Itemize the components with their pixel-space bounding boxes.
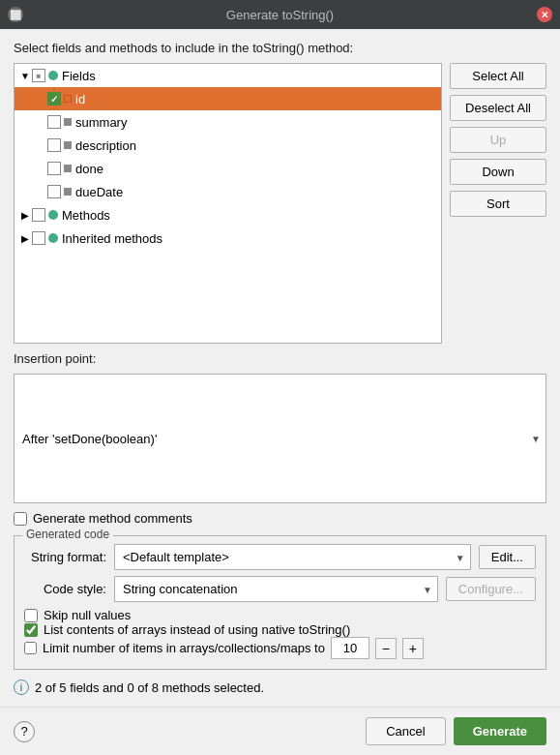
label-done: done xyxy=(75,162,103,176)
expand-done-icon xyxy=(34,162,47,175)
label-fields: Fields xyxy=(62,69,96,83)
expand-summary-icon xyxy=(34,115,47,129)
tree-item-done[interactable]: done xyxy=(15,157,441,180)
list-contents-checkbox[interactable] xyxy=(24,623,38,637)
expand-description-icon xyxy=(34,138,47,152)
string-format-dropdown[interactable]: <Default template> xyxy=(114,544,471,570)
limit-items-decrement-button[interactable]: − xyxy=(375,638,397,659)
code-style-row: Code style: String concatenation ▼ Confi… xyxy=(24,576,536,602)
insertion-point-dropdown-wrapper[interactable]: After 'setDone(boolean)' ▼ xyxy=(14,374,546,503)
checkbox-inherited-methods[interactable] xyxy=(32,231,45,245)
code-style-dropdown[interactable]: String concatenation xyxy=(114,576,438,602)
cancel-button[interactable]: Cancel xyxy=(366,717,445,745)
deselect-all-button[interactable]: Deselect All xyxy=(450,95,546,121)
up-button[interactable]: Up xyxy=(450,127,546,153)
skip-null-label: Skip null values xyxy=(44,608,131,622)
label-inherited-methods: Inherited methods xyxy=(62,231,162,246)
bottom-bar: ? Cancel Generate xyxy=(0,707,560,755)
fields-area: ▼ Fields id summary xyxy=(14,63,546,344)
dot-id-icon xyxy=(64,95,72,103)
checkbox-fields[interactable] xyxy=(32,69,45,82)
dialog-title: Generate toString() xyxy=(56,8,504,22)
dialog-body: Select fields and methods to include in … xyxy=(0,29,560,707)
generate-comments-row: Generate method comments xyxy=(14,511,546,526)
list-contents-row: List contents of arrays instead of using… xyxy=(24,622,536,637)
limit-items-input[interactable] xyxy=(331,637,369,659)
skip-null-checkbox[interactable] xyxy=(24,609,38,622)
action-buttons: Cancel Generate xyxy=(366,717,546,745)
expand-fields-icon[interactable]: ▼ xyxy=(18,69,32,82)
help-button[interactable]: ? xyxy=(14,721,35,742)
generate-comments-checkbox[interactable] xyxy=(14,512,27,526)
checkbox-description[interactable] xyxy=(47,138,61,152)
checkbox-done[interactable] xyxy=(47,162,61,175)
string-format-label: String format: xyxy=(24,550,106,564)
dot-dueDate-icon xyxy=(64,188,72,196)
expand-dueDate-icon xyxy=(34,185,47,198)
tree-item-id[interactable]: id xyxy=(15,87,441,110)
generate-button[interactable]: Generate xyxy=(454,717,546,745)
code-style-dropdown-wrapper[interactable]: String concatenation ▼ xyxy=(114,576,438,602)
configure-button: Configure... xyxy=(446,577,536,601)
edit-button[interactable]: Edit... xyxy=(479,545,536,569)
dot-fields-icon xyxy=(48,71,58,80)
label-description: description xyxy=(75,138,136,153)
info-icon: i xyxy=(14,680,29,695)
label-dueDate: dueDate xyxy=(75,185,123,199)
description-text: Select fields and methods to include in … xyxy=(14,41,546,55)
maximize-button[interactable]: ⬜ xyxy=(8,7,23,22)
tree-item-methods[interactable]: ▶ Methods xyxy=(15,203,441,226)
checkbox-methods[interactable] xyxy=(32,208,45,222)
tree-item-description[interactable]: description xyxy=(15,134,441,157)
limit-items-checkbox[interactable] xyxy=(24,642,37,654)
label-summary: summary xyxy=(75,115,127,130)
limit-items-increment-button[interactable]: + xyxy=(402,638,424,659)
label-methods: Methods xyxy=(62,208,110,223)
tree-item-summary[interactable]: summary xyxy=(15,110,441,134)
expand-id-icon xyxy=(34,92,47,106)
status-row: i 2 of 5 fields and 0 of 8 methods selec… xyxy=(14,680,546,695)
dot-methods-icon xyxy=(48,210,58,220)
sort-button[interactable]: Sort xyxy=(450,191,546,217)
limit-items-row: Limit number of items in arrays/collecti… xyxy=(24,637,536,659)
insertion-point-label: Insertion point: xyxy=(14,351,546,366)
code-style-label: Code style: xyxy=(24,582,106,596)
tree-item-dueDate[interactable]: dueDate xyxy=(15,180,441,203)
skip-null-row: Skip null values xyxy=(24,608,536,622)
string-format-dropdown-wrapper[interactable]: <Default template> ▼ xyxy=(114,544,471,570)
label-id: id xyxy=(75,92,85,106)
generated-code-group: Generated code String format: <Default t… xyxy=(14,535,546,670)
select-all-button[interactable]: Select All xyxy=(450,63,546,89)
generated-code-legend: Generated code xyxy=(22,528,113,541)
dot-done-icon xyxy=(64,165,72,172)
down-button[interactable]: Down xyxy=(450,159,546,185)
checkbox-dueDate[interactable] xyxy=(47,185,61,198)
close-button[interactable]: ✕ xyxy=(537,7,552,22)
side-buttons: Select All Deselect All Up Down Sort xyxy=(450,63,546,344)
expand-inherited-icon[interactable]: ▶ xyxy=(18,231,32,245)
title-bar: ⬜ Generate toString() ✕ xyxy=(0,0,560,29)
checkbox-id[interactable] xyxy=(47,92,61,106)
string-format-row: String format: <Default template> ▼ Edit… xyxy=(24,544,536,570)
dot-inherited-icon xyxy=(48,233,58,243)
dot-description-icon xyxy=(64,141,72,149)
dot-summary-icon xyxy=(64,118,72,126)
expand-methods-icon[interactable]: ▶ xyxy=(18,208,32,222)
status-text: 2 of 5 fields and 0 of 8 methods selecte… xyxy=(35,680,264,695)
insertion-point-dropdown[interactable]: After 'setDone(boolean)' xyxy=(14,374,546,503)
tree-panel[interactable]: ▼ Fields id summary xyxy=(14,63,442,344)
list-contents-label: List contents of arrays instead of using… xyxy=(44,622,350,637)
tree-item-fields[interactable]: ▼ Fields xyxy=(15,64,441,87)
tree-item-inherited-methods[interactable]: ▶ Inherited methods xyxy=(15,226,441,250)
generate-comments-label: Generate method comments xyxy=(33,511,192,526)
limit-items-label: Limit number of items in arrays/collecti… xyxy=(43,641,325,655)
checkbox-summary[interactable] xyxy=(47,115,61,129)
